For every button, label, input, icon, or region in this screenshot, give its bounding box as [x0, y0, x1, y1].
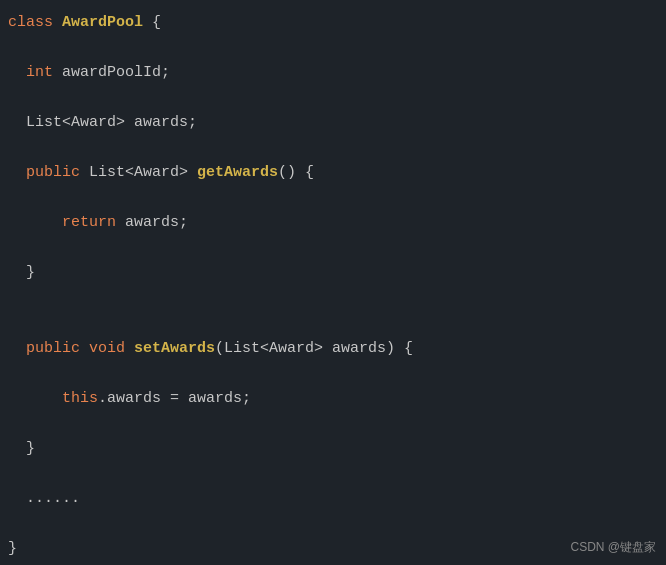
code-container: class AwardPool { int awardPoolId; List<… [0, 0, 666, 565]
code-line-11: ...... [8, 486, 658, 512]
code-line-10: } [8, 436, 658, 462]
code-line-7 [8, 310, 658, 312]
code-line-6: } [8, 260, 658, 286]
code-line-12: } [8, 536, 658, 562]
code-line-4: public List<Award> getAwards() { [8, 160, 658, 186]
code-line-2: int awardPoolId; [8, 60, 658, 86]
watermark: CSDN @键盘家 [570, 538, 656, 557]
code-line-1: class AwardPool { [8, 10, 658, 36]
code-line-5: return awards; [8, 210, 658, 236]
code-line-3: List<Award> awards; [8, 110, 658, 136]
code-line-9: this.awards = awards; [8, 386, 658, 412]
code-line-8: public void setAwards(List<Award> awards… [8, 336, 658, 362]
